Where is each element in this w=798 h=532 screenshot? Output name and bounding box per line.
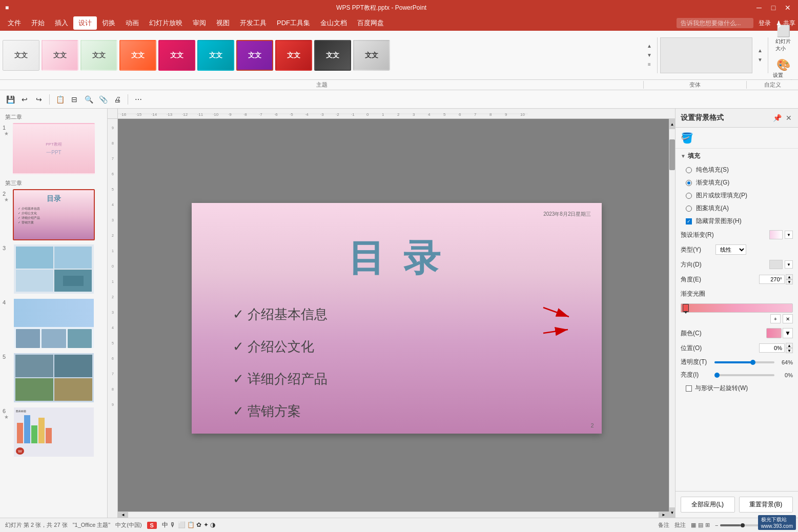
slide-list-item-1[interactable]: ✓ 介绍基本信息 [233, 305, 328, 323]
save-button[interactable]: 💾 [4, 93, 16, 106]
menu-baidu[interactable]: 百度网盘 [352, 16, 389, 30]
direction-swatch[interactable] [769, 260, 783, 269]
slide-title[interactable]: 目 录 [192, 234, 602, 283]
angle-up[interactable]: ▲ [786, 274, 793, 279]
view-grid[interactable]: ⊞ [705, 522, 710, 528]
vscrollbar[interactable]: ▲ ▼ [669, 119, 675, 518]
search-button[interactable]: 🔍 [83, 93, 95, 106]
theme-scroll-down[interactable]: ▼ [645, 51, 653, 59]
slide-thumb-6[interactable]: 图表标题 W [13, 406, 95, 458]
option-pattern-fill[interactable]: 图案填充(A) [676, 202, 798, 215]
theme-4[interactable]: 文文 [119, 40, 156, 71]
theme-3[interactable]: 文文 [80, 40, 117, 71]
gradient-add-stop[interactable]: + [770, 314, 781, 323]
panel-close-button[interactable]: ✕ [785, 113, 793, 123]
radio-pattern[interactable] [686, 206, 692, 212]
vscroll-up[interactable]: ▲ [669, 119, 675, 129]
menu-file[interactable]: 文件 [3, 16, 26, 30]
menu-design[interactable]: 设计 [73, 16, 97, 30]
gradient-stop-1[interactable] [682, 304, 689, 312]
radio-gradient[interactable] [686, 180, 692, 186]
checkbox-hide-bg[interactable] [686, 218, 692, 224]
menu-animation[interactable]: 动画 [120, 16, 144, 30]
slide-thumb-3[interactable] [13, 243, 95, 295]
hscroll-left[interactable]: ◄ [118, 512, 128, 518]
theme-1[interactable]: 文文 [3, 40, 39, 71]
login-button[interactable]: 登录 [759, 19, 771, 28]
undo-button[interactable]: ↩ [18, 93, 31, 106]
position-down[interactable]: ▼ [786, 348, 793, 353]
color-dropdown[interactable]: ▼ [783, 328, 793, 338]
view-outline[interactable]: ▤ [698, 522, 703, 528]
theme-scroll-up[interactable]: ▲ [645, 42, 653, 50]
maximize-button[interactable]: □ [768, 3, 779, 13]
menu-developer[interactable]: 开发工具 [235, 16, 272, 30]
slide-item-1[interactable]: 1 ★ PPT教程 一PPT [3, 123, 105, 174]
slide-list-item-4[interactable]: ✓ 营销方案 [233, 402, 328, 420]
apply-all-button[interactable]: 全部应用(L) [681, 497, 735, 513]
menu-transition[interactable]: 切换 [97, 16, 120, 30]
vscroll-thumb[interactable] [669, 139, 675, 170]
zoom-slider[interactable] [720, 524, 761, 526]
position-input[interactable] [759, 343, 785, 353]
brightness-track[interactable] [714, 374, 774, 376]
option-gradient-fill[interactable]: 渐变填充(G) [676, 176, 798, 189]
fill-section-header[interactable]: ▼ 填充 [676, 149, 798, 163]
angle-input[interactable] [759, 275, 785, 284]
format-button[interactable]: ⊟ [68, 93, 80, 106]
option-hide-bg-shapes[interactable]: 隐藏背景图形(H) [676, 215, 798, 228]
gradient-bar[interactable] [681, 303, 793, 313]
insert-button[interactable]: 📎 [97, 93, 109, 106]
hscroll-right[interactable]: ► [659, 512, 669, 518]
slide-item-4[interactable]: 4 [3, 298, 105, 349]
theme-6[interactable]: 文文 [197, 40, 234, 71]
zoom-out[interactable]: − [715, 522, 718, 528]
redo-button[interactable]: ↪ [33, 93, 45, 106]
radio-solid[interactable] [686, 167, 692, 173]
panel-pin-button[interactable]: 📌 [772, 113, 783, 123]
slide-canvas[interactable]: 2023年8月2日星期三 目 录 ✓ 介绍基本信息 ✓ 介绍公文化 ✓ 详细介绍… [192, 203, 602, 434]
radio-texture[interactable] [686, 193, 692, 199]
menu-review[interactable]: 审阅 [188, 16, 211, 30]
rotate-with-shape-row[interactable]: 与形状一起旋转(W) [676, 381, 798, 395]
variant-scroll-up[interactable]: ▲ [756, 47, 764, 55]
slide-thumb-2[interactable]: 目录 ✓ 介绍基本信息 ✓ 介绍公文化 ✓ 详细介绍产品 ✓ 营销方案 [13, 189, 95, 240]
slide-thumb-4[interactable] [13, 298, 95, 349]
vscroll-down[interactable]: ▼ [669, 507, 675, 518]
search-input[interactable] [677, 18, 753, 28]
close-button[interactable]: ✕ [783, 3, 793, 13]
angle-down[interactable]: ▼ [786, 279, 793, 284]
preset-gradient-swatch[interactable] [769, 230, 783, 239]
slide-thumb-5[interactable] [13, 352, 95, 403]
transparency-track[interactable] [714, 361, 774, 363]
slide-item-3[interactable]: 3 [3, 243, 105, 295]
clipboard-button[interactable]: 📋 [54, 93, 66, 106]
theme-2[interactable]: 文文 [42, 40, 78, 71]
color-swatch[interactable] [766, 328, 782, 338]
more-tools[interactable]: ⋯ [132, 93, 145, 106]
slide-size-button[interactable]: ⬜ 幻灯片大小 [773, 23, 793, 54]
theme-7[interactable]: 文文 [236, 40, 273, 71]
theme-scroll-more[interactable]: ≡ [645, 60, 653, 69]
checkbox-rotate[interactable] [686, 385, 692, 392]
theme-8[interactable]: 文文 [275, 40, 312, 71]
slide-display-area[interactable]: 2023年8月2日星期三 目 录 ✓ 介绍基本信息 ✓ 介绍公文化 ✓ 详细介绍… [118, 119, 675, 518]
type-select[interactable]: 线性 径向 矩形 路径 [715, 244, 746, 255]
option-texture-fill[interactable]: 图片或纹理填充(P) [676, 189, 798, 202]
position-up[interactable]: ▲ [786, 343, 793, 348]
reset-bg-button[interactable]: 重置背景(B) [739, 497, 793, 513]
notes-button[interactable]: 备注 [658, 521, 669, 529]
gradient-remove-stop[interactable]: ✕ [783, 314, 793, 323]
brightness-thumb[interactable] [714, 373, 720, 378]
slide-item-5[interactable]: 5 [3, 352, 105, 403]
menu-view[interactable]: 视图 [211, 16, 235, 30]
print-button[interactable]: 🖨 [111, 93, 124, 106]
slide-list-item-3[interactable]: ✓ 详细介绍产品 [233, 370, 328, 388]
theme-9[interactable]: 文文 [314, 40, 351, 71]
zoom-thumb[interactable] [741, 523, 745, 527]
menu-wps-doc[interactable]: 金山文档 [315, 16, 352, 30]
theme-5[interactable]: 文文 [158, 40, 195, 71]
theme-10[interactable]: 文文 [353, 40, 390, 71]
view-normal[interactable]: ▦ [691, 522, 696, 528]
hscrollbar[interactable]: ◄ ► [118, 511, 669, 518]
